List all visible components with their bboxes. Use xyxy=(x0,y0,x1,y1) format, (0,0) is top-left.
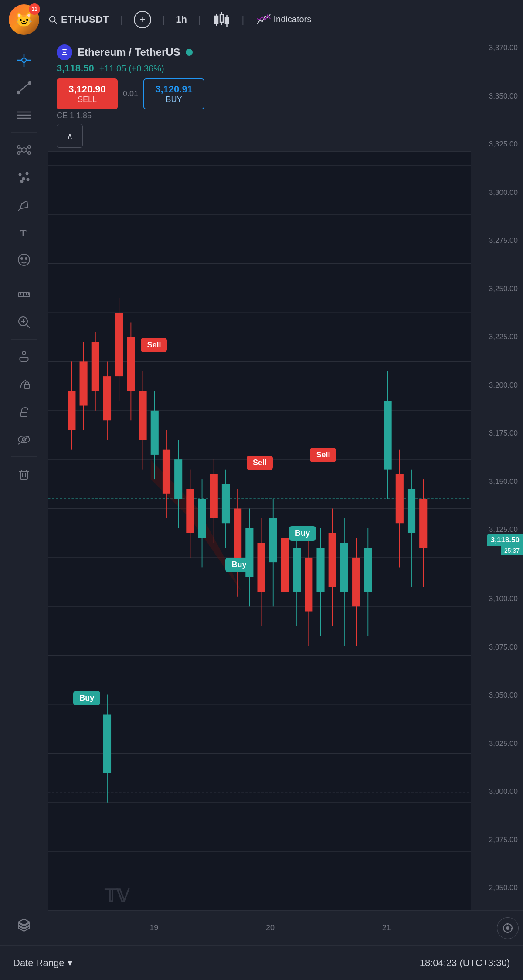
svg-line-16 xyxy=(18,83,30,92)
price-level-3: 3,325.00 xyxy=(471,140,523,149)
svg-rect-135 xyxy=(364,548,372,592)
svg-rect-2 xyxy=(215,16,218,23)
price-change: +11.05 (+0.36%) xyxy=(99,64,164,74)
avatar-container[interactable]: 🐱 11 xyxy=(9,4,39,35)
svg-line-1 xyxy=(54,21,57,24)
buy-price: 3,120.91 xyxy=(153,84,195,95)
time-settings-button[interactable] xyxy=(497,917,519,939)
emoji-icon xyxy=(17,252,31,267)
chart-type-button[interactable] xyxy=(211,10,231,29)
svg-text:T: T xyxy=(20,228,27,238)
svg-rect-53 xyxy=(24,384,30,388)
lock-drawing-tool[interactable] xyxy=(11,372,37,396)
emoji-tool[interactable] xyxy=(11,248,37,272)
indicators-label: Indicators xyxy=(274,14,312,24)
anchor-tool[interactable] xyxy=(11,345,37,369)
svg-point-33 xyxy=(26,172,28,174)
pair-logo: Ξ xyxy=(57,44,72,60)
scatter-tool[interactable] xyxy=(11,165,37,189)
price-level-4: 3,300.00 xyxy=(471,188,523,197)
pair-name: Ethereum / TetherUS xyxy=(78,46,180,58)
trash-tool[interactable] xyxy=(11,462,37,486)
unlock-tool[interactable] xyxy=(11,400,37,424)
pen-icon xyxy=(17,197,31,212)
trade-buttons: 3,120.90 SELL 0.01 3,120.91 BUY xyxy=(57,78,514,109)
svg-line-27 xyxy=(20,147,22,149)
indicators-button[interactable]: Indicators xyxy=(255,12,312,27)
svg-point-50 xyxy=(22,351,26,355)
divider-2: | xyxy=(162,14,165,26)
svg-line-49 xyxy=(26,324,30,328)
svg-point-26 xyxy=(28,152,31,154)
pair-row: Ξ Ethereum / TetherUS xyxy=(57,44,514,60)
network-tool[interactable] xyxy=(11,138,37,162)
eye-tool[interactable] xyxy=(11,427,37,451)
price-level-7: 3,225.00 xyxy=(471,333,523,341)
datetime-display: 18:04:23 (UTC+3:30) xyxy=(420,957,510,969)
svg-line-28 xyxy=(26,147,28,149)
svg-point-31 xyxy=(19,173,21,175)
svg-rect-113 xyxy=(234,509,241,563)
line-tool[interactable] xyxy=(11,75,37,99)
signal-buy-3-text: Buy xyxy=(295,529,310,538)
layers-tool[interactable] xyxy=(11,912,37,936)
current-price: 3,118.50 xyxy=(57,63,94,74)
divider-4: | xyxy=(241,14,244,26)
svg-rect-103 xyxy=(174,459,182,499)
svg-rect-93 xyxy=(115,313,123,376)
trash-icon xyxy=(17,467,31,482)
date-range-chevron-icon: ▾ xyxy=(68,957,72,969)
ruler-icon xyxy=(17,287,31,302)
price-level-2: 3,350.00 xyxy=(471,92,523,101)
price-level-18: 2,950.00 xyxy=(471,884,523,892)
price-level-11: 3,125.00 xyxy=(489,525,523,534)
settings-icon xyxy=(502,922,514,934)
svg-point-0 xyxy=(50,16,55,22)
signal-sell-3-text: Sell xyxy=(316,450,330,459)
price-level-12: 3,100.00 xyxy=(471,595,523,603)
text-tool[interactable]: T xyxy=(11,220,37,244)
svg-point-25 xyxy=(17,152,20,154)
price-level-15: 3,025.00 xyxy=(471,739,523,748)
price-level-16: 3,000.00 xyxy=(471,787,523,796)
add-symbol-button[interactable]: + xyxy=(134,11,151,28)
sell-button[interactable]: 3,120.90 SELL xyxy=(57,78,118,109)
svg-rect-127 xyxy=(316,548,324,592)
notification-badge: 11 xyxy=(29,3,40,15)
chart-area: Ξ Ethereum / TetherUS 3,118.50 +11.05 (+… xyxy=(48,39,523,945)
price-level-5: 3,275.00 xyxy=(471,236,523,245)
anchor-icon xyxy=(17,350,31,364)
toolbar-divider-4 xyxy=(11,456,37,457)
svg-point-147 xyxy=(506,927,509,929)
buy-label: BUY xyxy=(153,95,195,104)
pen-tool[interactable] xyxy=(11,193,37,217)
symbol-text: ETHUSDT xyxy=(61,14,109,25)
crosshair-tool[interactable] xyxy=(11,48,37,72)
symbol-search[interactable]: ETHUSDT xyxy=(48,14,109,25)
signal-sell-3: Sell xyxy=(310,448,336,462)
candlestick-chart[interactable]: Sell Sell Sell Buy Buy Buy xyxy=(48,126,471,910)
price-level-6: 3,250.00 xyxy=(471,285,523,293)
lock-drawing-icon xyxy=(17,377,31,392)
svg-rect-137 xyxy=(384,401,392,469)
sell-label: SELL xyxy=(66,95,108,104)
ce-row: CE 1 1.85 xyxy=(57,111,514,120)
zoom-in-icon xyxy=(17,315,31,330)
svg-line-30 xyxy=(26,151,28,153)
bottom-bar: Date Range ▾ 18:04:23 (UTC+3:30) xyxy=(0,945,523,980)
indicators-icon xyxy=(255,12,271,27)
interval-button[interactable]: 1h xyxy=(176,14,187,25)
ruler-tool[interactable] xyxy=(11,282,37,306)
unlock-icon xyxy=(17,405,31,419)
svg-rect-143 xyxy=(419,499,427,548)
divider-1: | xyxy=(120,14,123,26)
date-range-button[interactable]: Date Range ▾ xyxy=(13,957,72,969)
zoom-in-tool[interactable] xyxy=(11,310,37,334)
svg-rect-117 xyxy=(257,543,265,592)
left-toolbar: T xyxy=(0,39,48,945)
hline-tool[interactable] xyxy=(11,103,37,127)
network-icon xyxy=(17,143,31,157)
buy-button[interactable]: 3,120.91 BUY xyxy=(143,78,204,109)
price-level-9: 3,175.00 xyxy=(471,429,523,438)
svg-line-36 xyxy=(18,209,20,211)
